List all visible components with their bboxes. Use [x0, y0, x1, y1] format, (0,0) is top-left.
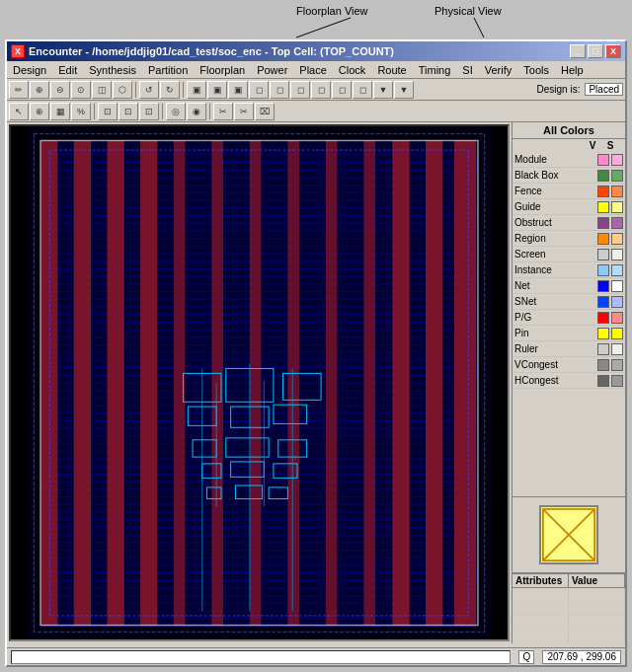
tb-view9-btn[interactable]: ◻ — [353, 81, 372, 99]
color-swatch-obstruct-v[interactable] — [597, 217, 609, 229]
tb2-pct-btn[interactable]: % — [71, 103, 91, 120]
tb2-x-btn[interactable]: ⌧ — [255, 103, 275, 120]
svg-rect-81 — [40, 140, 478, 625]
color-row-module[interactable]: Module — [513, 152, 625, 168]
status-q-button[interactable]: Q — [518, 650, 534, 664]
color-swatch-pin-s[interactable] — [611, 328, 623, 339]
menu-design[interactable]: Design — [7, 63, 52, 77]
color-swatch-blackbox-v[interactable] — [597, 170, 609, 182]
color-row-pin[interactable]: Pin — [513, 326, 625, 341]
status-input[interactable] — [11, 650, 511, 664]
tb-view6-btn[interactable]: ◻ — [290, 81, 310, 99]
menu-synthesis[interactable]: Synthesis — [83, 63, 142, 77]
tb-undo-btn[interactable]: ↺ — [139, 81, 159, 99]
tb-zoom-sel-btn[interactable]: ◫ — [92, 81, 112, 99]
color-swatch-guide-v[interactable] — [597, 201, 609, 213]
tb-zoom-in-btn[interactable]: ⊕ — [30, 81, 49, 99]
color-row-hcongest[interactable]: HCongest — [513, 373, 625, 389]
tb-view7-btn[interactable]: ◻ — [311, 81, 331, 99]
tb2-sq2-btn[interactable]: ⊡ — [118, 103, 138, 120]
menu-route[interactable]: Route — [371, 63, 412, 77]
color-swatch-snet-v[interactable] — [597, 296, 609, 308]
tb-view11-btn[interactable]: ▼ — [394, 81, 414, 99]
menu-verify[interactable]: Verify — [479, 63, 518, 77]
tb-redo-btn[interactable]: ↻ — [160, 81, 180, 99]
color-swatch-pg-s[interactable] — [611, 312, 623, 324]
tb2-circ-btn[interactable]: ◎ — [166, 103, 186, 120]
color-row-blackbox[interactable]: Black Box — [513, 168, 625, 184]
color-row-region[interactable]: Region — [513, 231, 625, 247]
color-swatch-fence-s[interactable] — [611, 186, 623, 197]
color-label-pg: P/G — [514, 312, 595, 323]
tb2-cut1-btn[interactable]: ✂ — [213, 103, 233, 120]
minimize-button[interactable]: _ — [570, 44, 586, 58]
tb-view10-btn[interactable]: ▼ — [373, 81, 393, 99]
color-swatch-instance-s[interactable] — [611, 264, 623, 276]
color-swatch-region-v[interactable] — [597, 233, 609, 245]
color-swatch-module-v[interactable] — [597, 154, 609, 166]
color-swatch-pg-v[interactable] — [597, 312, 609, 324]
menu-timing[interactable]: Timing — [413, 63, 457, 77]
main-window: X Encounter - /home/jddjig01/cad_test/so… — [5, 39, 627, 667]
close-button[interactable]: X — [605, 44, 621, 58]
color-row-net[interactable]: Net — [513, 278, 625, 294]
menu-clock[interactable]: Clock — [333, 63, 372, 77]
color-row-pg[interactable]: P/G — [513, 310, 625, 326]
eda-canvas-area[interactable] — [9, 124, 510, 641]
tb-view5-btn[interactable]: ◻ — [270, 81, 289, 99]
tb2-cut2-btn[interactable]: ✂ — [234, 103, 254, 120]
tb-draw-btn[interactable]: ✏ — [9, 81, 29, 99]
color-row-screen[interactable]: Screen — [513, 247, 625, 262]
tb-zoom-out-btn[interactable]: ⊖ — [50, 81, 70, 99]
color-row-ruler[interactable]: Ruler — [513, 341, 625, 357]
menu-tools[interactable]: Tools — [517, 63, 555, 77]
color-swatch-region-s[interactable] — [611, 233, 623, 245]
color-swatch-instance-v[interactable] — [597, 264, 609, 276]
tb2-cross-btn[interactable]: ⊕ — [30, 103, 49, 120]
color-swatch-screen-v[interactable] — [597, 249, 609, 261]
tb-view2-btn[interactable]: ▣ — [207, 81, 227, 99]
color-row-guide[interactable]: Guide — [513, 199, 625, 215]
color-swatch-net-v[interactable] — [597, 280, 609, 292]
color-swatch-blackbox-s[interactable] — [611, 170, 623, 182]
color-swatch-hcongest-s[interactable] — [611, 375, 623, 387]
tb-zoom-fit-btn[interactable]: ⊙ — [71, 81, 91, 99]
tb-view1-btn[interactable]: ▣ — [187, 81, 206, 99]
color-swatch-ruler-s[interactable] — [611, 343, 623, 355]
menu-help[interactable]: Help — [555, 63, 590, 77]
menu-si[interactable]: SI — [456, 63, 478, 77]
color-swatch-module-s[interactable] — [611, 154, 623, 166]
tb2-dot-btn[interactable]: ◉ — [187, 103, 206, 120]
tb-view3-btn[interactable]: ▣ — [228, 81, 248, 99]
color-swatch-pin-v[interactable] — [597, 328, 609, 339]
tb2-sq3-btn[interactable]: ⊡ — [139, 103, 159, 120]
maximize-button[interactable]: □ — [588, 44, 603, 58]
tb-view4-btn[interactable]: ◻ — [249, 81, 269, 99]
color-swatch-obstruct-s[interactable] — [611, 217, 623, 229]
menu-floorplan[interactable]: Floorplan — [194, 63, 251, 77]
color-row-fence[interactable]: Fence — [513, 184, 625, 199]
color-swatch-snet-s[interactable] — [611, 296, 623, 308]
tb2-grid-btn[interactable]: ▦ — [50, 103, 70, 120]
menu-partition[interactable]: Partition — [142, 63, 194, 77]
tb-view8-btn[interactable]: ◻ — [332, 81, 352, 99]
color-swatch-vcongest-v[interactable] — [597, 359, 609, 371]
tb2-sq1-btn[interactable]: ⊡ — [98, 103, 118, 120]
color-swatch-vcongest-s[interactable] — [611, 359, 623, 371]
color-swatch-net-s[interactable] — [611, 280, 623, 292]
color-swatch-screen-s[interactable] — [611, 249, 623, 261]
tb2-select-btn[interactable]: ↖ — [9, 103, 29, 120]
color-preview-box[interactable] — [539, 505, 598, 564]
color-row-obstruct[interactable]: Obstruct — [513, 215, 625, 231]
color-row-vcongest[interactable]: VCongest — [513, 357, 625, 373]
color-row-instance[interactable]: Instance — [513, 262, 625, 278]
color-row-snet[interactable]: SNet — [513, 294, 625, 310]
color-swatch-ruler-v[interactable] — [597, 343, 609, 355]
color-swatch-guide-s[interactable] — [611, 201, 623, 213]
color-swatch-fence-v[interactable] — [597, 186, 609, 197]
color-swatch-hcongest-v[interactable] — [597, 375, 609, 387]
tb-hex-btn[interactable]: ⬡ — [113, 81, 132, 99]
menu-power[interactable]: Power — [251, 63, 293, 77]
menu-place[interactable]: Place — [293, 63, 333, 77]
menu-edit[interactable]: Edit — [52, 63, 83, 77]
